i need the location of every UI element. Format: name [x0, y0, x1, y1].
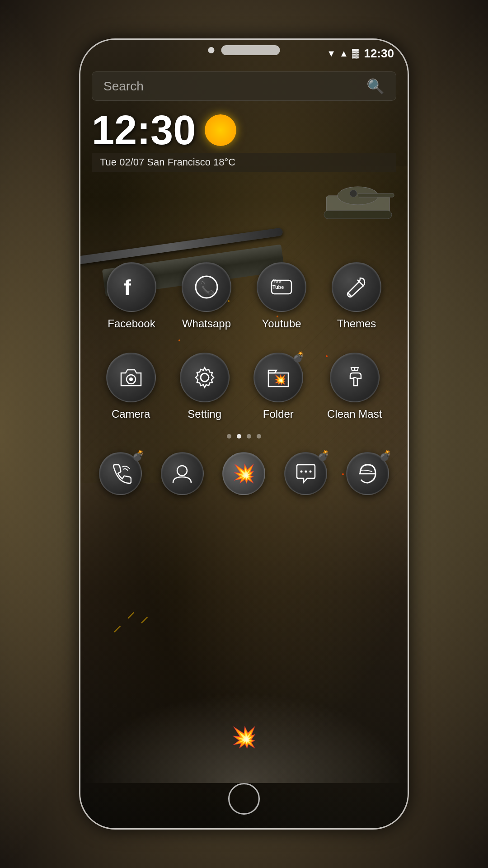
dot-2[interactable]: [237, 434, 241, 439]
youtube-label: Youtube: [262, 317, 301, 330]
svg-text:f: f: [124, 276, 131, 300]
home-button[interactable]: [228, 783, 260, 815]
clock-widget: 12:30: [92, 110, 396, 151]
top-notch: [208, 45, 280, 55]
cleanmaster-icon[interactable]: [330, 353, 380, 402]
dot-4[interactable]: [257, 434, 261, 439]
svg-text:You: You: [272, 278, 282, 283]
dock-phone-bomb: 💣: [132, 450, 144, 462]
folder-label: Folder: [263, 408, 294, 420]
camera-label: Camera: [112, 408, 150, 420]
dock-center[interactable]: 💥: [222, 452, 265, 495]
camera-icon[interactable]: [106, 353, 156, 402]
search-bar[interactable]: Search 🔍: [92, 71, 396, 101]
svg-rect-2: [358, 193, 394, 197]
svg-point-19: [300, 470, 302, 472]
svg-point-4: [350, 190, 357, 197]
themes-icon[interactable]: [332, 262, 381, 312]
setting-label: Setting: [188, 408, 221, 420]
signal-icon: ▲: [339, 48, 348, 59]
tank-decoration: [317, 175, 399, 222]
dock-center-icon[interactable]: 💥: [222, 452, 265, 495]
dock-contacts[interactable]: [161, 452, 204, 495]
explosion-effect: 💥: [231, 725, 257, 749]
status-time: 12:30: [364, 47, 394, 61]
svg-text:📞: 📞: [199, 281, 215, 296]
search-icon[interactable]: 🔍: [366, 78, 385, 95]
themes-label: Themes: [337, 317, 376, 330]
dock-browser-bomb: 💣: [379, 450, 391, 462]
app-settings[interactable]: Setting: [180, 353, 230, 420]
folder-icon[interactable]: 💥 💣: [253, 353, 303, 402]
settings-icon[interactable]: [180, 353, 230, 402]
dot-1[interactable]: [227, 434, 231, 439]
dock-messages[interactable]: 💣: [284, 452, 327, 495]
cleanmaster-label: Clean Mast: [327, 408, 382, 420]
date-weather-bar: Tue 02/07 San Francisco 18°C: [92, 153, 396, 172]
date-text: Tue 02/07 San Francisco 18°C: [100, 156, 235, 168]
dot-3[interactable]: [247, 434, 251, 439]
status-icons: ▼ ▲ ▓: [327, 48, 358, 59]
svg-text:💥: 💥: [274, 373, 286, 386]
svg-point-18: [177, 466, 187, 476]
svg-rect-3: [324, 211, 392, 219]
page-dots: [80, 434, 408, 439]
app-whatsapp[interactable]: 📞 Whatsapp: [182, 262, 231, 330]
apps-row-1: f Facebook 📞: [80, 262, 408, 330]
outer-background: | | | ▼ ▲ ▓ 12:30 Search 🔍 12:30: [0, 0, 488, 868]
power-button[interactable]: [408, 243, 409, 297]
weather-sun-icon: [205, 114, 236, 146]
whatsapp-label: Whatsapp: [182, 317, 231, 330]
dock-messages-bomb: 💣: [317, 450, 329, 462]
app-facebook[interactable]: f Facebook: [107, 262, 156, 330]
svg-point-20: [305, 470, 307, 472]
svg-point-15: [201, 373, 209, 382]
app-cleanmaster[interactable]: Clean Mast: [327, 353, 382, 420]
youtube-icon[interactable]: You Tube: [257, 262, 306, 312]
svg-point-14: [129, 377, 133, 381]
phone-screen: | | | ▼ ▲ ▓ 12:30 Search 🔍 12:30: [80, 40, 408, 828]
app-folder[interactable]: 💥 💣 Folder: [253, 353, 303, 420]
svg-point-21: [309, 470, 311, 472]
dock-browser[interactable]: 💣: [346, 452, 389, 495]
svg-text:Tube: Tube: [272, 284, 284, 290]
speaker: [221, 45, 280, 55]
facebook-icon[interactable]: f: [107, 262, 156, 312]
apps-row-2: Camera Setting: [80, 353, 408, 420]
folder-bomb-badge: 💣: [292, 351, 305, 363]
phone-frame: | | | ▼ ▲ ▓ 12:30 Search 🔍 12:30: [79, 38, 409, 830]
front-camera: [208, 47, 215, 53]
wifi-icon: ▼: [327, 48, 336, 59]
dock-contacts-icon[interactable]: [161, 452, 204, 495]
search-placeholder: Search: [103, 79, 144, 94]
clock-display: 12:30: [92, 110, 196, 151]
dock-phone[interactable]: 💣: [99, 452, 142, 495]
battery-icon: ▓: [352, 48, 359, 59]
app-camera[interactable]: Camera: [106, 353, 156, 420]
app-themes[interactable]: Themes: [332, 262, 381, 330]
facebook-label: Facebook: [108, 317, 155, 330]
whatsapp-icon[interactable]: 📞: [182, 262, 231, 312]
bottom-dock: 💣: [80, 452, 408, 495]
app-youtube[interactable]: You Tube Youtube: [257, 262, 306, 330]
